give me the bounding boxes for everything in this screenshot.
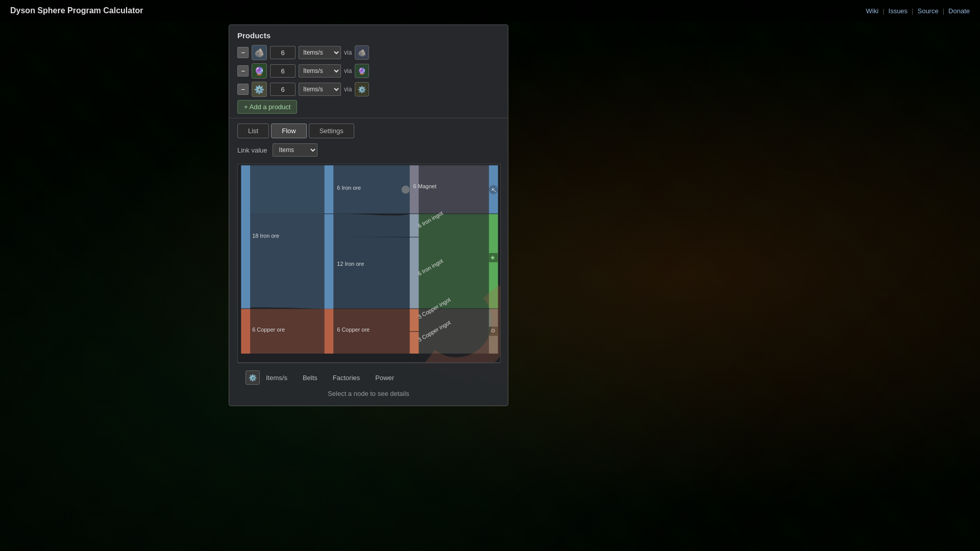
node-copper-ingot2 xyxy=(410,332,419,354)
products-section: Products − 🪨 Items/s Items/min via 🪨 − 🔮… xyxy=(229,25,508,118)
product-icon-2[interactable]: 🔮 xyxy=(252,63,267,79)
col-itemss: Items/s xyxy=(266,374,287,382)
tabs-bar: List Flow Settings xyxy=(237,123,500,138)
link-value-label: Link value xyxy=(237,146,267,154)
via-label-3: via xyxy=(344,86,352,93)
product-row-2: − 🔮 Items/s Items/min via 🔮 xyxy=(237,63,500,79)
source-link[interactable]: Source xyxy=(917,7,938,15)
rate-select-3[interactable]: Items/s Items/min xyxy=(299,83,341,96)
remove-product-1[interactable]: − xyxy=(237,47,249,58)
node-copper-ore-main xyxy=(241,309,250,354)
sankey-diagram[interactable]: 18 Iron ore 6 Copper ore 6 Iron ore 12 I… xyxy=(237,164,501,363)
app-title: Dyson Sphere Program Calculator xyxy=(10,6,143,15)
via-icon-2[interactable]: 🔮 xyxy=(355,64,369,78)
svg-point-6 xyxy=(402,186,410,194)
products-title: Products xyxy=(237,31,500,40)
main-panel: Products − 🪨 Items/s Items/min via 🪨 − 🔮… xyxy=(229,24,508,406)
product-row-3: − ⚙️ Items/s Items/min via ⚙️ xyxy=(237,82,500,97)
col-factories: Factories xyxy=(333,374,360,382)
tabs-section: List Flow Settings Link value Items Belt… xyxy=(229,118,508,406)
tab-list[interactable]: List xyxy=(237,123,269,138)
node-iron-ore-main xyxy=(241,165,250,309)
qty-input-3[interactable] xyxy=(270,83,296,96)
topbar: Dyson Sphere Program Calculator Wiki | I… xyxy=(0,0,980,21)
issues-link[interactable]: Issues xyxy=(889,7,908,15)
wiki-link[interactable]: Wiki xyxy=(866,7,879,15)
rate-select-2[interactable]: Items/s Items/min xyxy=(299,64,341,78)
col-power: Power xyxy=(375,374,394,382)
qty-input-1[interactable] xyxy=(270,46,296,59)
add-product-button[interactable]: + Add a product xyxy=(237,100,297,114)
node-iron-ore-mid1 xyxy=(324,165,333,214)
tab-flow[interactable]: Flow xyxy=(271,123,306,138)
topbar-links: Wiki | Issues | Source | Donate xyxy=(866,7,970,15)
via-label-2: via xyxy=(344,67,352,74)
via-icon-3[interactable]: ⚙️ xyxy=(355,82,369,96)
svg-text:6 Iron ore: 6 Iron ore xyxy=(337,185,361,191)
rate-select-1[interactable]: Items/s Items/min xyxy=(299,46,341,59)
col-belts: Belts xyxy=(303,374,317,382)
details-table: ⚙️ Items/s Belts Factories Power Select … xyxy=(237,363,500,406)
details-cols: Items/s Belts Factories Power xyxy=(266,374,492,382)
product-icon-1[interactable]: 🪨 xyxy=(252,45,267,60)
svg-text:6 Copper ore: 6 Copper ore xyxy=(337,327,370,333)
product-row-1: − 🪨 Items/s Items/min via 🪨 xyxy=(237,45,500,60)
svg-text:12 Iron ore: 12 Iron ore xyxy=(337,261,364,267)
svg-text:◈: ◈ xyxy=(491,254,495,260)
details-gear-icon[interactable]: ⚙️ xyxy=(246,370,260,385)
via-icon-1[interactable]: 🪨 xyxy=(355,45,369,60)
qty-input-2[interactable] xyxy=(270,64,296,78)
svg-text:18 Iron ore: 18 Iron ore xyxy=(252,233,279,239)
remove-product-3[interactable]: − xyxy=(237,84,249,95)
flow-controls: Link value Items Belts Factories xyxy=(237,143,500,160)
tab-settings[interactable]: Settings xyxy=(309,123,354,138)
select-node-text: Select a node to see details xyxy=(246,388,492,402)
items-select[interactable]: Items Belts Factories xyxy=(273,143,317,157)
node-iron-ore-mid2 xyxy=(324,214,333,309)
svg-text:6 Magnet: 6 Magnet xyxy=(413,183,437,189)
svg-text:6 Copper ore: 6 Copper ore xyxy=(252,327,285,333)
donate-link[interactable]: Donate xyxy=(948,7,970,15)
via-label-1: via xyxy=(344,49,352,56)
product-icon-3[interactable]: ⚙️ xyxy=(252,82,267,97)
details-row: ⚙️ Items/s Belts Factories Power xyxy=(246,367,492,388)
node-magnet xyxy=(410,165,419,214)
node-copper-ore-mid xyxy=(324,309,333,354)
svg-text:⛏: ⛏ xyxy=(492,188,496,193)
node-copper-ingot1 xyxy=(410,309,419,332)
remove-product-2[interactable]: − xyxy=(237,65,249,77)
